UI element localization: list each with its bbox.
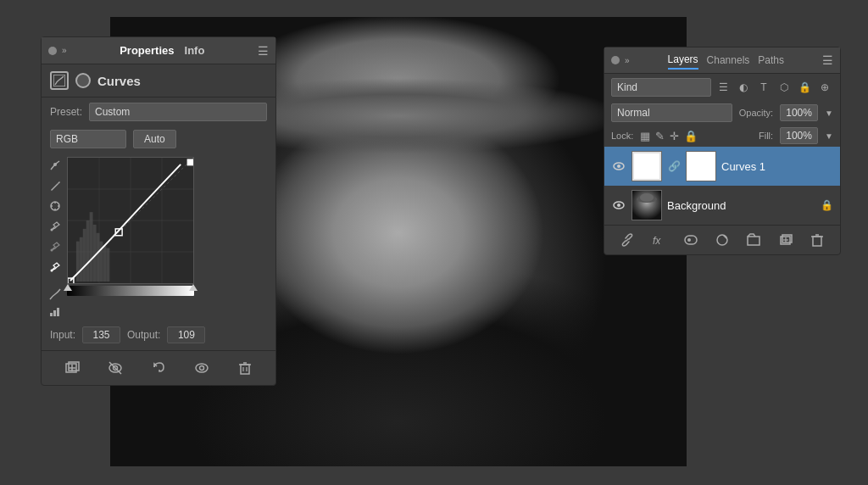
lock-artboard-icon[interactable]: 🔒 (684, 130, 698, 142)
layers-panel-header: » Layers Channels Paths ☰ (604, 47, 840, 74)
gradient-slider[interactable] (67, 286, 194, 296)
svg-rect-22 (86, 220, 90, 282)
auto-button[interactable]: Auto (133, 130, 176, 148)
fill-input[interactable] (780, 127, 818, 144)
svg-rect-40 (241, 365, 249, 374)
output-label: Output: (127, 329, 160, 341)
tab-properties[interactable]: Properties (120, 42, 174, 59)
layer-visibility-curves1[interactable] (611, 159, 626, 174)
layer-thumbnail-curves1 (632, 151, 662, 181)
layer-item-curves1[interactable]: 🔗 Curves 1 (604, 147, 840, 186)
eye-dropper-mid[interactable] (47, 238, 64, 255)
link-layers-button[interactable] (618, 231, 637, 249)
layer-item-background[interactable]: Background 🔒 (604, 186, 840, 225)
kind-select[interactable]: Kind (611, 78, 711, 97)
svg-rect-49 (634, 153, 659, 179)
curves-title: Curves (97, 74, 141, 88)
layer-visibility-background[interactable] (611, 198, 626, 213)
layer-name-curves1: Curves 1 (721, 160, 833, 173)
svg-rect-12 (57, 308, 59, 316)
close-button[interactable] (48, 47, 57, 55)
svg-rect-65 (813, 237, 821, 246)
svg-rect-25 (97, 233, 100, 282)
fx-button[interactable]: fx (649, 231, 668, 249)
histogram-icon[interactable] (47, 303, 64, 320)
layer-mask-curves1 (686, 151, 716, 181)
add-layer-button[interactable] (62, 358, 82, 378)
sample-tool[interactable] (47, 198, 64, 215)
svg-text:fx: fx (653, 235, 661, 247)
background-lock-icon: 🔒 (821, 199, 833, 211)
preset-select[interactable]: Custom Default (89, 103, 267, 121)
curves-adjustment-icon (50, 71, 69, 90)
input-value[interactable] (82, 326, 120, 343)
visibility-button[interactable] (105, 358, 125, 378)
lock-position-icon[interactable]: ✛ (670, 130, 679, 142)
layer-name-background: Background (667, 199, 815, 212)
delete-layer-button[interactable] (808, 231, 826, 249)
filter-adjustment-icon[interactable]: ◐ (735, 79, 752, 96)
layers-menu-icon[interactable]: ☰ (822, 53, 833, 67)
svg-rect-28 (106, 248, 109, 282)
layers-blend-row: Normal Opacity: ▼ (604, 101, 840, 125)
filter-shape-icon[interactable]: ⬡ (776, 79, 793, 96)
layers-close-button[interactable] (611, 56, 620, 64)
opacity-expand-icon[interactable]: ▼ (825, 109, 833, 118)
panel-tabs: Properties Info (120, 42, 204, 59)
svg-rect-10 (50, 313, 53, 316)
filter-more-icon[interactable]: ⊕ (816, 79, 833, 96)
blend-mode-select[interactable]: Normal (611, 103, 732, 122)
panel-menu-icon[interactable]: ☰ (258, 44, 269, 58)
new-adjustment-button[interactable] (713, 231, 732, 249)
svg-point-38 (196, 364, 208, 372)
tab-layers[interactable]: Layers (668, 51, 698, 70)
fill-expand-icon[interactable]: ▼ (825, 131, 833, 141)
eye-dropper-shadow[interactable] (47, 218, 64, 235)
properties-panel-header: » Properties Info ☰ (42, 37, 275, 64)
curves-header: Curves (42, 64, 275, 98)
new-group-button[interactable] (744, 231, 763, 249)
filter-pixel-icon[interactable]: ☰ (715, 79, 732, 96)
svg-line-55 (626, 239, 628, 242)
lock-edit-icon[interactable]: ✎ (655, 130, 665, 142)
layer-thumbnail-background (632, 190, 662, 220)
svg-point-9 (51, 270, 53, 272)
add-mask-button[interactable] (682, 231, 700, 249)
svg-point-1 (53, 163, 57, 166)
output-value[interactable] (167, 326, 205, 343)
fill-label: Fill: (759, 131, 773, 141)
svg-point-54 (640, 193, 654, 202)
svg-point-58 (687, 238, 691, 242)
layers-lock-row: Lock: ▦ ✎ ✛ 🔒 Fill: ▼ (604, 125, 840, 147)
tab-channels[interactable]: Channels (707, 52, 750, 69)
delete-button[interactable] (235, 358, 255, 378)
pencil-tool[interactable] (47, 177, 64, 194)
preset-row: Preset: Custom Default (42, 98, 275, 126)
lock-label: Lock: (611, 131, 633, 141)
svg-rect-23 (90, 212, 93, 282)
tab-paths[interactable]: Paths (758, 52, 784, 69)
properties-panel-bottom (42, 350, 275, 385)
eye-button[interactable] (192, 358, 212, 378)
input-output-row: Input: Output: (42, 323, 275, 347)
layer-link-icon[interactable]: 🔗 (667, 159, 681, 173)
filter-type-icon[interactable]: T (755, 79, 772, 96)
new-layer-button[interactable] (776, 231, 795, 249)
layers-kind-row: Kind ☰ ◐ T ⬡ 🔒 ⊕ (604, 74, 840, 101)
point-tool[interactable] (47, 157, 64, 174)
opacity-input[interactable] (780, 104, 818, 121)
curves-graph-svg[interactable] (67, 157, 194, 284)
curve-display-icon[interactable] (47, 286, 64, 303)
svg-point-39 (200, 366, 204, 371)
curves-circle-icon (75, 73, 91, 88)
undo-button[interactable] (148, 358, 169, 378)
channel-select[interactable]: RGB Red Green Blue (50, 130, 126, 148)
lock-pixels-icon[interactable]: ▦ (640, 130, 650, 142)
panel-expand-icon[interactable]: » (62, 46, 67, 55)
curves-graph-container (42, 153, 275, 323)
tab-info[interactable]: Info (185, 42, 205, 59)
svg-point-8 (51, 249, 53, 252)
filter-smart-icon[interactable]: 🔒 (796, 79, 813, 96)
layers-expand-icon[interactable]: » (625, 56, 630, 65)
eye-dropper-highlight[interactable] (47, 259, 64, 276)
